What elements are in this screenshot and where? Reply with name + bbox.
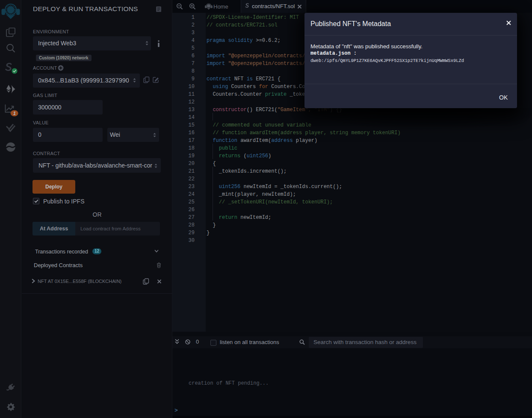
svg-text:1: 1: [13, 111, 16, 116]
